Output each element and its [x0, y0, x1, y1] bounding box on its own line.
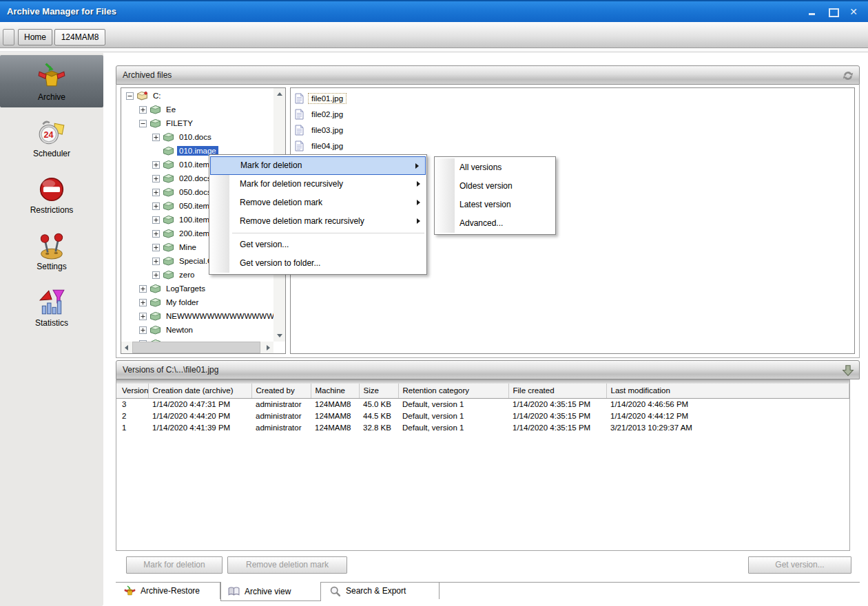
- tab-124mam8[interactable]: 124MAM8: [54, 29, 105, 45]
- tree-item-label[interactable]: LogTargets: [164, 284, 207, 293]
- tree-item-my-folder[interactable]: My folder: [121, 295, 273, 309]
- expand-plus-icon[interactable]: [152, 258, 160, 265]
- tree-item-c-[interactable]: C:: [121, 89, 273, 103]
- tab-home[interactable]: Home: [18, 29, 52, 45]
- tree-item-logtargets[interactable]: LogTargets: [121, 282, 273, 295]
- maximize-icon[interactable]: [828, 7, 838, 17]
- sidebar-item-restrictions[interactable]: Restrictions: [0, 168, 103, 220]
- tree-item-filety[interactable]: FILETY: [121, 116, 273, 130]
- column-header-retention-category[interactable]: Retention category: [398, 384, 508, 398]
- version-row[interactable]: 21/14/2020 4:44:20 PMadministrator124MAM…: [116, 410, 849, 421]
- mark-for-deletion-button[interactable]: Mark for deletion: [126, 556, 223, 574]
- remove-deletion-mark-button[interactable]: Remove deletion mark: [227, 556, 347, 574]
- file-item-file03-jpg[interactable]: file03.jpg: [291, 122, 854, 138]
- expand-plus-icon[interactable]: [139, 326, 147, 334]
- expand-plus-icon[interactable]: [152, 216, 160, 224]
- expand-plus-icon[interactable]: [152, 189, 160, 196]
- scroll-down-icon[interactable]: [277, 334, 282, 337]
- scroll-up-icon[interactable]: [277, 92, 282, 96]
- scroll-right-icon[interactable]: [267, 345, 270, 351]
- folder-icon: [149, 311, 161, 321]
- column-header-creation-date-archive-[interactable]: Creation date (archive): [148, 384, 251, 398]
- folder-icon: [163, 174, 174, 183]
- version-row[interactable]: 31/14/2020 4:47:31 PMadministrator124MAM…: [116, 398, 849, 410]
- scheduler-clock-icon: 24: [37, 118, 67, 147]
- close-icon[interactable]: ✕: [849, 7, 858, 17]
- get-version-button[interactable]: Get version...: [748, 556, 851, 574]
- tree-item-label[interactable]: C:: [151, 91, 163, 101]
- tree-item[interactable]: [121, 337, 273, 342]
- column-header-version[interactable]: Version: [116, 384, 148, 398]
- scroll-left-icon[interactable]: [125, 345, 128, 351]
- sidebar-item-statistics[interactable]: Statistics: [0, 281, 103, 333]
- folder-icon: [163, 270, 174, 280]
- file-item-label[interactable]: file03.jpg: [308, 125, 347, 136]
- expand-plus-icon[interactable]: [152, 230, 160, 238]
- tree-item-label[interactable]: Mine: [177, 242, 198, 252]
- tree-horizontal-scrollbar[interactable]: [121, 342, 273, 353]
- expand-plus-icon[interactable]: [139, 313, 147, 320]
- tree-item-label[interactable]: Newton: [164, 325, 195, 335]
- expand-plus-icon[interactable]: [152, 175, 160, 182]
- tree-item-label[interactable]: Ee: [164, 105, 178, 114]
- menu-item-remove-deletion-mark-recursively[interactable]: Remove deletion mark recursively: [209, 212, 426, 231]
- sidebar-item-scheduler[interactable]: 24Scheduler: [0, 112, 103, 164]
- menu-item-get-version-to-folder-[interactable]: Get version to folder...: [209, 254, 426, 273]
- file-item-label[interactable]: file01.jpg: [308, 93, 347, 104]
- refresh-icon[interactable]: [842, 70, 854, 82]
- file-item-label[interactable]: file04.jpg: [308, 140, 347, 152]
- download-arrow-icon[interactable]: [842, 364, 854, 377]
- menu-item-remove-deletion-mark[interactable]: Remove deletion mark: [209, 194, 426, 212]
- submenu-item-latest-version[interactable]: Latest version: [435, 196, 555, 214]
- collapse-minus-icon[interactable]: [126, 92, 134, 100]
- file-item-label[interactable]: file02.jpg: [308, 109, 347, 120]
- tree-item-newwwwwwwwwwwww[interactable]: NEWWWWWWWWWWWWW: [121, 309, 273, 323]
- submenu-item-advanced-[interactable]: Advanced...: [435, 214, 555, 233]
- expand-plus-icon[interactable]: [152, 271, 160, 279]
- column-header-last-modification[interactable]: Last modification: [606, 384, 849, 398]
- bottom-tab-archive-restore[interactable]: Archive-Restore: [117, 583, 220, 599]
- collapse-minus-icon[interactable]: [139, 120, 147, 127]
- menu-item-get-version-[interactable]: Get version...: [209, 236, 426, 254]
- expand-plus-icon[interactable]: [152, 161, 160, 169]
- file-item-file02-jpg[interactable]: file02.jpg: [291, 106, 854, 122]
- versions-grid: VersionCreation date (archive)Created by…: [116, 379, 850, 551]
- context-menu: Mark for deletionMark for deletion recur…: [209, 154, 427, 275]
- submenu-item-oldest-version[interactable]: Oldest version: [435, 177, 555, 196]
- tree-item-label[interactable]: NEWWWWWWWWWWWWW: [164, 311, 273, 321]
- version-row[interactable]: 11/14/2020 4:41:39 PMadministrator124MAM…: [116, 421, 849, 433]
- tree-item-newton[interactable]: Newton: [121, 323, 273, 337]
- bottom-tab-archive-view[interactable]: Archive view: [220, 582, 321, 601]
- column-header-created-by[interactable]: Created by: [251, 384, 311, 398]
- expand-plus-icon[interactable]: [139, 285, 147, 293]
- tree-item-label[interactable]: 020.docs: [177, 174, 214, 183]
- expand-plus-icon[interactable]: [139, 299, 147, 306]
- tree-item-010-docs[interactable]: 010.docs: [121, 130, 273, 144]
- bottom-tab-search-export[interactable]: Search & Export: [322, 583, 440, 599]
- version-cell: 44.5 KB: [359, 410, 398, 421]
- minimize-icon[interactable]: [807, 7, 817, 17]
- tree-item-ee[interactable]: Ee: [121, 103, 273, 116]
- tree-item-label[interactable]: FILETY: [164, 118, 195, 128]
- tree-item-label[interactable]: 010.docs: [177, 132, 214, 142]
- menu-item-mark-for-deletion[interactable]: Mark for deletion: [210, 156, 426, 175]
- scrollbar-thumb[interactable]: [132, 342, 260, 353]
- submenu-item-all-versions[interactable]: All versions: [435, 158, 555, 177]
- column-header-file-created[interactable]: File created: [508, 384, 606, 398]
- folder-icon: [163, 187, 174, 197]
- sidebar-item-archive[interactable]: Archive: [0, 55, 103, 107]
- column-header-size[interactable]: Size: [359, 384, 398, 398]
- expand-plus-icon[interactable]: [152, 202, 160, 210]
- column-header-machine[interactable]: Machine: [311, 384, 359, 398]
- expand-plus-icon[interactable]: [139, 106, 147, 114]
- tree-item-label[interactable]: My folder: [164, 297, 200, 307]
- file-item-file04-jpg[interactable]: file04.jpg: [291, 138, 854, 154]
- menu-item-mark-for-deletion-recursively[interactable]: Mark for deletion recursively: [209, 175, 426, 194]
- submenu-item-label: Advanced...: [459, 218, 503, 228]
- sidebar-item-settings[interactable]: Settings: [0, 224, 103, 277]
- expand-plus-icon[interactable]: [152, 244, 160, 251]
- expand-plus-icon[interactable]: [152, 134, 160, 141]
- tree-item-label[interactable]: 050.docs: [177, 187, 214, 197]
- tree-item-label[interactable]: zero: [177, 270, 196, 280]
- file-item-file01-jpg[interactable]: file01.jpg: [291, 90, 854, 106]
